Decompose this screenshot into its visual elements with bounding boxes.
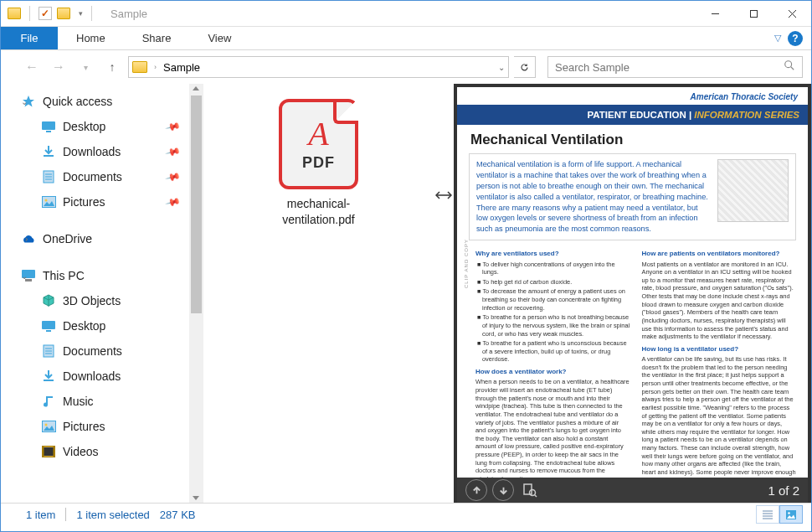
refresh-button[interactable]: [514, 56, 536, 78]
help-button[interactable]: ?: [788, 31, 803, 46]
tree-label: Documents: [63, 170, 122, 183]
next-page-button[interactable]: [492, 479, 514, 501]
documents-icon: [41, 344, 56, 358]
status-item-count: 1 item: [26, 509, 55, 521]
fit-page-button[interactable]: [519, 479, 541, 501]
pdf-preview-page[interactable]: American Thoracic Society PATIENT EDUCAT…: [457, 87, 808, 478]
back-button[interactable]: ←: [21, 56, 43, 78]
close-button[interactable]: [773, 1, 811, 27]
navigation-tree[interactable]: ⌄ Quick access Desktop 📌 Downloads 📌 Doc…: [1, 84, 189, 503]
sidebar-item-videos[interactable]: Videos: [18, 439, 189, 464]
ribbon: File Home Share View ▽ ?: [1, 27, 811, 50]
preview-splitter[interactable]: [434, 84, 454, 503]
status-size: 287 KB: [160, 509, 196, 521]
view-tab[interactable]: View: [189, 27, 249, 49]
file-list[interactable]: A PDF mechanical-ventilation.pdf: [203, 84, 434, 503]
pin-icon: 📌: [165, 168, 182, 185]
qat-properties-icon[interactable]: ✓: [39, 7, 52, 20]
pdf-file-icon: A PDF: [279, 99, 358, 189]
quick-access[interactable]: ⌄ Quick access: [18, 89, 189, 114]
sidebar-item-desktop[interactable]: Desktop 📌: [18, 114, 189, 139]
sidebar-item-music[interactable]: Music: [18, 389, 189, 414]
sidebar-item-downloads[interactable]: Downloads 📌: [18, 139, 189, 164]
qat-customize-icon[interactable]: ▾: [79, 9, 83, 18]
maximize-button[interactable]: [734, 1, 773, 27]
clip-and-copy-label: CLIP AND COPY: [464, 239, 469, 288]
preview-toolbar: 1 of 2: [457, 478, 808, 503]
details-view-button[interactable]: [756, 505, 779, 524]
svg-rect-17: [42, 321, 55, 329]
forward-button[interactable]: →: [48, 56, 69, 78]
ribbon-expand-icon[interactable]: ▽: [774, 33, 781, 44]
folder-icon: [8, 8, 21, 19]
recent-locations-button[interactable]: ▾: [75, 56, 96, 78]
address-dropdown-icon[interactable]: ⌄: [498, 63, 505, 72]
address-bar[interactable]: › Sample ⌄: [128, 56, 509, 78]
pdf-org: American Thoracic Society: [457, 87, 808, 105]
svg-rect-30: [524, 484, 532, 494]
tree-scrollbar[interactable]: [189, 84, 203, 503]
sidebar-item-this-pc[interactable]: ⌄ This PC: [18, 263, 189, 288]
window-title: Sample: [110, 8, 147, 20]
title-bar: ✓ ▾ Sample: [1, 1, 811, 27]
file-item[interactable]: A PDF mechanical-ventilation.pdf: [265, 99, 373, 503]
tree-label: Documents: [63, 344, 122, 358]
videos-icon: [41, 445, 56, 458]
page-indicator: 1 of 2: [768, 483, 799, 498]
minimize-button[interactable]: [696, 1, 734, 27]
svg-rect-28: [54, 447, 55, 457]
navigation-bar: ← → ▾ ↑ › Sample ⌄: [1, 50, 811, 84]
tree-label: Quick access: [43, 95, 112, 108]
share-tab[interactable]: Share: [124, 27, 190, 49]
status-bar: 1 item 1 item selected 287 KB: [1, 503, 811, 525]
svg-rect-1: [750, 10, 757, 17]
svg-line-32: [535, 495, 537, 498]
sidebar-item-desktop-pc[interactable]: Desktop: [18, 313, 189, 338]
pictures-icon: [41, 195, 56, 209]
documents-icon: [41, 170, 56, 183]
home-tab[interactable]: Home: [58, 27, 124, 49]
downloads-icon: [41, 369, 56, 383]
sidebar-item-3d[interactable]: 3D Objects: [18, 288, 189, 313]
desktop-icon: [41, 120, 56, 133]
tree-label: OneDrive: [43, 232, 92, 245]
sidebar-item-pictures-pc[interactable]: Pictures: [18, 414, 189, 439]
pdf-intro-box: Mechanical ventilation is a form of life…: [469, 153, 796, 240]
tree-label: Desktop: [63, 120, 105, 133]
sidebar-item-documents[interactable]: Documents 📌: [18, 164, 189, 189]
sidebar-item-pictures[interactable]: Pictures 📌: [18, 189, 189, 214]
tree-label: 3D Objects: [63, 294, 121, 307]
svg-point-4: [785, 61, 792, 68]
svg-line-5: [791, 67, 794, 70]
tree-label: Music: [63, 395, 94, 408]
file-tab[interactable]: File: [1, 27, 58, 49]
tree-label: This PC: [43, 269, 85, 282]
caret-icon[interactable]: ⌄: [21, 97, 28, 106]
sidebar-item-documents-pc[interactable]: Documents: [18, 338, 189, 364]
address-segment[interactable]: Sample: [163, 61, 200, 74]
svg-rect-26: [44, 447, 54, 456]
svg-rect-7: [42, 121, 55, 130]
search-icon[interactable]: [784, 59, 795, 75]
pdf-illustration: [717, 159, 789, 222]
thumbnails-view-button[interactable]: [779, 505, 803, 524]
sidebar-item-onedrive[interactable]: ⌄ OneDrive: [18, 226, 189, 251]
downloads-icon: [41, 145, 56, 158]
up-button[interactable]: ↑: [101, 56, 123, 78]
3d-objects-icon: [41, 294, 56, 307]
sidebar-item-downloads-pc[interactable]: Downloads: [18, 364, 189, 389]
tree-label: Downloads: [63, 369, 121, 383]
pin-icon: 📌: [165, 143, 182, 160]
pictures-icon: [41, 420, 56, 433]
main-content: ⌄ Quick access Desktop 📌 Downloads 📌 Doc…: [1, 84, 811, 503]
search-input[interactable]: [555, 61, 784, 74]
search-box[interactable]: [547, 56, 803, 78]
chevron-right-icon[interactable]: ›: [151, 63, 160, 71]
pdf-title: Mechanical Ventilation: [457, 125, 808, 153]
pdf-intro-text: Mechanical ventilation is a form of life…: [476, 159, 711, 235]
tree-label: Pictures: [63, 195, 105, 209]
prev-page-button[interactable]: [465, 479, 487, 501]
caret-icon[interactable]: ⌄: [20, 235, 29, 242]
caret-icon[interactable]: ⌄: [21, 271, 28, 281]
qat-newfolder-icon[interactable]: [57, 8, 70, 19]
